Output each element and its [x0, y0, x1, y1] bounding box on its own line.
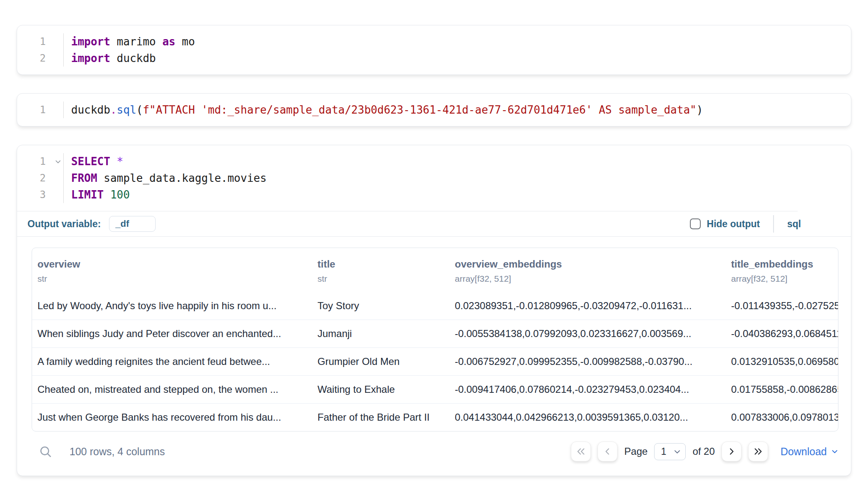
code-line: FROM sample_data.kaggle.movies — [71, 170, 851, 186]
code-token: 100 — [110, 188, 130, 201]
table-cell[interactable]: 0.0132910535,0.0695805... — [726, 348, 838, 375]
next-page-button[interactable] — [722, 441, 742, 461]
table-row: Cheated on, mistreated and stepped on, t… — [32, 375, 838, 403]
table-cell[interactable]: A family wedding reignites the ancient f… — [32, 348, 312, 375]
column-name: title — [317, 258, 445, 270]
chevron-down-icon — [673, 448, 681, 456]
table-body: Led by Woody, Andy's toys live happily i… — [32, 292, 838, 431]
column-name: overview — [37, 258, 308, 270]
code-editor-sql[interactable]: 123 SELECT *FROM sample_data.kaggle.movi… — [17, 145, 851, 211]
last-page-button[interactable] — [748, 441, 768, 461]
table-header-row: overviewstrtitlestroverview_embeddingsar… — [32, 248, 838, 292]
line-number-text: 3 — [40, 189, 46, 201]
fold-slot — [46, 102, 63, 118]
line-number-text: 1 — [40, 36, 46, 47]
table-row: When siblings Judy and Peter discover an… — [32, 320, 838, 347]
table-cell[interactable]: Led by Woody, Andy's toys live happily i… — [32, 292, 312, 320]
line-number-text: 1 — [40, 104, 46, 116]
fold-slot — [46, 186, 63, 203]
table-cell[interactable]: Grumpier Old Men — [312, 348, 449, 375]
code-token: marimo — [110, 35, 162, 48]
code-token — [110, 155, 117, 168]
fold-slot — [46, 50, 63, 67]
code-line: SELECT * — [71, 153, 851, 170]
table-cell[interactable]: -0.040386293,0.0684511... — [726, 320, 838, 347]
code-content[interactable]: import marimo as moimport duckdb — [64, 33, 851, 67]
code-line: duckdb.sql(f"ATTACH 'md:_share/sample_da… — [71, 102, 851, 118]
fold-slot — [46, 33, 63, 50]
hide-output-label: Hide output — [707, 218, 760, 230]
table-cell[interactable]: 0.007833006,0.0978013... — [726, 404, 838, 431]
column-type: str — [317, 274, 445, 284]
line-number: 1 — [17, 153, 63, 170]
page-label: Page — [624, 446, 647, 457]
prev-page-button[interactable] — [598, 441, 618, 461]
table-cell[interactable]: 0.01755858,-0.00862865... — [726, 376, 838, 403]
column-header-overview[interactable]: overviewstr — [32, 248, 312, 292]
page-select[interactable]: 1 — [654, 443, 686, 460]
download-label: Download — [781, 446, 827, 458]
table-cell[interactable]: Toy Story — [312, 292, 449, 320]
download-button[interactable]: Download — [781, 446, 838, 458]
notebook-cell-imports: 12 import marimo as moimport duckdb — [17, 25, 851, 75]
fold-toggle[interactable] — [46, 153, 63, 170]
row-count-summary: 100 rows, 4 columns — [69, 446, 165, 458]
code-token: import — [71, 35, 110, 48]
table-cell[interactable]: -0.006752927,0.099952355,-0.009982588,-0… — [449, 348, 726, 375]
column-header-title_embeddings[interactable]: title_embeddingsarray[f32, 512] — [726, 248, 838, 292]
table-cell[interactable]: -0.009417406,0.07860214,-0.023279453,0.0… — [449, 376, 726, 403]
divider — [17, 236, 851, 237]
output-variable-input[interactable] — [109, 216, 156, 232]
line-number: 3 — [17, 186, 63, 203]
code-line: import duckdb — [71, 50, 851, 67]
column-header-title[interactable]: titlestr — [312, 248, 449, 292]
chevron-left-icon — [603, 447, 612, 456]
table-row: Just when George Banks has recovered fro… — [32, 403, 838, 431]
table-cell[interactable]: 0.023089351,-0.012809965,-0.03209472,-0.… — [449, 292, 726, 320]
code-content[interactable]: duckdb.sql(f"ATTACH 'md:_share/sample_da… — [64, 102, 851, 118]
code-token: ) — [697, 104, 703, 116]
table-cell[interactable]: -0.0055384138,0.07992093,0.023316627,0.0… — [449, 320, 726, 347]
code-token: LIMIT — [71, 188, 104, 201]
code-token: * — [117, 155, 124, 168]
table-cell[interactable]: Jumanji — [312, 320, 449, 347]
table-cell[interactable]: -0.011439355,-0.0275256... — [726, 292, 838, 320]
column-name: title_embeddings — [731, 258, 834, 270]
first-page-button[interactable] — [571, 441, 591, 461]
table-row: A family wedding reignites the ancient f… — [32, 347, 838, 375]
language-toggle-sql[interactable]: sql — [787, 218, 801, 230]
hide-output-checkbox[interactable] — [690, 218, 701, 229]
code-token: as — [162, 35, 175, 48]
output-options-bar: Output variable: Hide output sql — [17, 211, 851, 236]
fold-chevron-icon — [55, 158, 62, 165]
code-token — [104, 188, 110, 201]
table-cell[interactable]: Waiting to Exhale — [312, 376, 449, 403]
chevron-down-icon — [831, 448, 838, 455]
table-cell[interactable]: Just when George Banks has recovered fro… — [32, 404, 312, 431]
line-number: 2 — [17, 50, 63, 67]
code-token: sample_data.kaggle.movies — [97, 172, 267, 184]
line-number: 2 — [17, 170, 63, 186]
line-number-text: 1 — [40, 156, 46, 167]
code-content[interactable]: SELECT *FROM sample_data.kaggle.moviesLI… — [64, 153, 851, 203]
code-editor-imports[interactable]: 12 import marimo as moimport duckdb — [17, 25, 851, 74]
search-icon[interactable] — [39, 445, 52, 458]
table-cell[interactable]: Father of the Bride Part II — [312, 404, 449, 431]
code-token: duckdb — [71, 104, 110, 116]
column-header-overview_embeddings[interactable]: overview_embeddingsarray[f32, 512] — [449, 248, 726, 292]
page-total: of 20 — [692, 446, 714, 457]
page-select-value: 1 — [661, 446, 666, 457]
result-table: overviewstrtitlestroverview_embeddingsar… — [32, 248, 838, 432]
table-cell[interactable]: When siblings Judy and Peter discover an… — [32, 320, 312, 347]
table-cell[interactable]: 0.041433044,0.042966213,0.0039591365,0.0… — [449, 404, 726, 431]
chevrons-left-icon — [576, 447, 585, 456]
code-editor-attach[interactable]: 1 duckdb.sql(f"ATTACH 'md:_share/sample_… — [17, 94, 851, 126]
chevrons-right-icon — [754, 447, 763, 456]
divider — [773, 215, 774, 233]
line-number: 1 — [17, 33, 63, 50]
notebook-cell-attach: 1 duckdb.sql(f"ATTACH 'md:_share/sample_… — [17, 93, 851, 126]
code-token: ( — [136, 104, 143, 116]
table-row: Led by Woody, Andy's toys live happily i… — [32, 292, 838, 320]
table-cell[interactable]: Cheated on, mistreated and stepped on, t… — [32, 376, 312, 403]
chevron-right-icon — [727, 447, 736, 456]
